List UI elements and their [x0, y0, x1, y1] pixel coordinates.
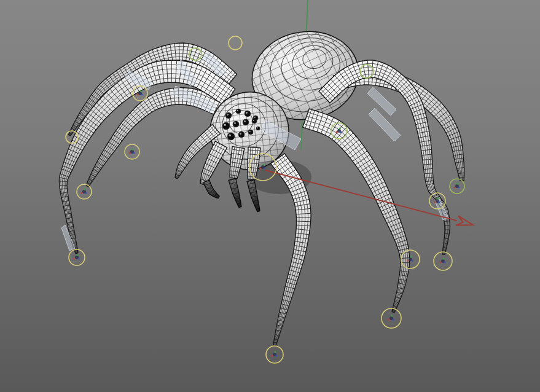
axis-dot-icon — [85, 192, 87, 194]
axis-dot-icon — [439, 261, 441, 263]
viewport-canvas — [0, 0, 540, 392]
axis-dot-icon — [407, 259, 409, 261]
axis-dot-icon — [259, 167, 261, 169]
axis-dot-icon — [392, 318, 394, 320]
ik-controller[interactable] — [266, 346, 283, 363]
ik-controller[interactable] — [125, 144, 139, 159]
axis-dot-icon — [438, 201, 440, 203]
ik-controller[interactable] — [229, 36, 242, 50]
axis-dot-icon — [271, 355, 273, 356]
axis-dot-icon — [77, 257, 79, 259]
axis-dot-icon — [453, 186, 455, 188]
axis-dot-icon — [76, 254, 78, 256]
axis-dot-icon — [335, 131, 337, 133]
ik-controller[interactable] — [382, 308, 401, 328]
axis-dot-icon — [388, 318, 389, 320]
spider-fang-mid[interactable] — [229, 179, 241, 208]
axis-dot-icon — [73, 257, 75, 259]
axis-dot-icon — [410, 256, 412, 257]
axis-dot-icon — [141, 93, 143, 95]
axis-dot-icon — [338, 127, 340, 129]
axis-dot-icon — [80, 192, 82, 194]
axis-dot-icon — [84, 188, 85, 190]
axis-dot-icon — [274, 351, 276, 353]
axis-dot-icon — [340, 131, 342, 133]
axis-dot-icon — [391, 315, 393, 316]
axis-dot-icon — [442, 257, 444, 259]
axis-dot-icon — [456, 182, 458, 184]
axis-dot-icon — [139, 90, 141, 92]
spider-fang-left[interactable] — [203, 180, 219, 198]
axis-dot-icon — [136, 93, 138, 95]
joint-bone[interactable] — [369, 108, 401, 141]
axis-dot-icon — [131, 148, 133, 150]
ik-controller[interactable] — [450, 179, 464, 194]
axis-dot-icon — [458, 186, 460, 188]
axis-dot-icon — [264, 167, 265, 169]
axis-dot-icon — [411, 259, 413, 261]
axis-dot-icon — [437, 197, 439, 199]
axis-dot-icon — [275, 355, 277, 356]
spider-pedipalp-left-mesh[interactable] — [200, 141, 227, 185]
axis-dot-icon — [133, 152, 135, 154]
axis-dot-icon — [262, 163, 264, 165]
3d-viewport[interactable] — [0, 0, 540, 392]
axis-dot-icon — [128, 152, 130, 154]
spider-leg-right-3-mesh[interactable] — [319, 60, 450, 254]
ik-controller[interactable] — [77, 184, 92, 199]
axis-dot-icon — [444, 261, 445, 263]
axis-dot-icon — [434, 201, 436, 203]
